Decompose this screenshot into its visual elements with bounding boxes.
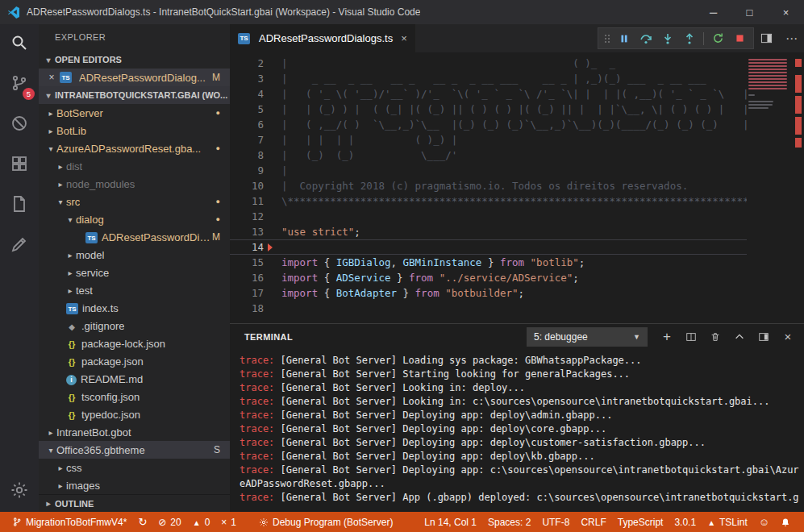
status-problems-errors[interactable]: ⊘20 bbox=[152, 517, 186, 528]
open-editors-header[interactable]: ▾ OPEN EDITORS bbox=[39, 51, 230, 69]
line-number[interactable]: 3 bbox=[230, 71, 264, 86]
restart-button[interactable] bbox=[708, 29, 727, 48]
close-editor-icon[interactable]: × bbox=[45, 72, 58, 83]
code-line-3[interactable]: 3| _ __ _ __ __ _ __ _ _ __ ___ __ _ | ,… bbox=[230, 71, 804, 86]
code-editor[interactable]: 2| ( )_ _ |3| _ __ _ __ __ _ __ _ _ __ _… bbox=[230, 52, 804, 323]
tree-item-dist[interactable]: ▸dist bbox=[39, 157, 230, 175]
activity-bar-item-extensions[interactable] bbox=[0, 145, 39, 185]
code-line-16[interactable]: 16import { ADService } from "../service/… bbox=[230, 270, 804, 285]
line-number[interactable]: 4 bbox=[230, 86, 264, 102]
status-feedback[interactable]: ☺ bbox=[753, 517, 775, 528]
kill-terminal-icon[interactable] bbox=[709, 330, 722, 343]
step-over-button[interactable] bbox=[636, 29, 656, 48]
workspace-section-header[interactable]: ▾ INTRANETBOTQUICKSTART.GBAI (WO... bbox=[39, 86, 230, 104]
tree-item-src[interactable]: ▾src● bbox=[39, 193, 230, 210]
line-number[interactable]: 14 bbox=[230, 239, 264, 255]
line-number[interactable]: 7 bbox=[230, 132, 264, 148]
tree-item-botlib[interactable]: ▸BotLib bbox=[39, 122, 230, 139]
terminal-select[interactable]: 5: debuggee ▼ bbox=[527, 327, 648, 347]
line-number[interactable]: 13 bbox=[230, 224, 264, 239]
status-typescript-version[interactable]: 3.0.1 bbox=[669, 517, 702, 528]
line-number[interactable]: 6 bbox=[230, 117, 264, 132]
line-number[interactable]: 15 bbox=[230, 255, 264, 270]
code-line-11[interactable]: 11\*************************************… bbox=[230, 193, 804, 209]
close-panel-icon[interactable]: × bbox=[781, 330, 794, 343]
open-editor-item[interactable]: × TS ADResetPasswordDialog... M bbox=[39, 69, 230, 86]
tree-item-readme-md[interactable]: iREADME.md bbox=[39, 370, 230, 388]
status-close-count[interactable]: ×1 bbox=[215, 517, 242, 528]
activity-bar-item-settings[interactable] bbox=[0, 472, 39, 512]
tree-item-images[interactable]: ▸images bbox=[39, 476, 230, 494]
tree-item-azureadpasswordreset-gba-[interactable]: ▾AzureADPasswordReset.gba...● bbox=[39, 139, 230, 157]
move-panel-icon[interactable] bbox=[757, 330, 770, 343]
tree-item-css[interactable]: ▸css bbox=[39, 459, 230, 476]
tree-item-botserver[interactable]: ▸BotServer● bbox=[39, 104, 230, 122]
tree-item-package-json[interactable]: {}package.json bbox=[39, 352, 230, 370]
step-into-button[interactable] bbox=[658, 29, 677, 48]
close-tab-icon[interactable]: × bbox=[401, 32, 407, 44]
minimize-button[interactable]: ─ bbox=[695, 0, 731, 24]
line-number[interactable]: 11 bbox=[230, 193, 264, 209]
close-button[interactable]: × bbox=[768, 0, 804, 24]
terminal-tab[interactable]: TERMINAL bbox=[244, 332, 293, 342]
tree-item-typedoc-json[interactable]: {}typedoc.json bbox=[39, 405, 230, 423]
tree-item-index-ts[interactable]: TSindex.ts bbox=[39, 299, 230, 317]
code-line-6[interactable]: 6| ( ,__/( ) `\__,_)`\__ |(_) (_) (_)`\_… bbox=[230, 117, 804, 132]
drag-grip-icon[interactable] bbox=[602, 29, 612, 48]
tree-item-tsconfig-json[interactable]: {}tsconfig.json bbox=[39, 388, 230, 405]
maximize-panel-icon[interactable] bbox=[733, 330, 746, 343]
tree-item-model[interactable]: ▸model bbox=[39, 246, 230, 264]
status-indentation[interactable]: Spaces: 2 bbox=[482, 517, 536, 528]
status-git-branch[interactable]: MigrationToBotFmwV4* bbox=[6, 517, 132, 528]
terminal-output[interactable]: trace: [General Bot Server] Loading sys … bbox=[230, 349, 804, 512]
step-out-button[interactable] bbox=[680, 29, 699, 48]
code-line-17[interactable]: 17import { BotAdapter } from "botbuilder… bbox=[230, 285, 804, 301]
activity-bar-item-files[interactable] bbox=[0, 185, 39, 226]
minimap[interactable] bbox=[747, 52, 793, 323]
overview-ruler[interactable] bbox=[793, 52, 804, 323]
line-number[interactable]: 17 bbox=[230, 285, 264, 301]
code-line-9[interactable]: 9| | bbox=[230, 163, 804, 178]
tree-item-office365-gbtheme[interactable]: ▾Office365.gbthemeS bbox=[39, 441, 230, 459]
line-number[interactable]: 18 bbox=[230, 301, 264, 316]
line-number[interactable]: 16 bbox=[230, 270, 264, 285]
status-problems-warnings[interactable]: ▲0 bbox=[187, 517, 216, 528]
activity-bar-item-search[interactable] bbox=[0, 24, 39, 64]
code-line-13[interactable]: 13"use strict"; bbox=[230, 224, 804, 239]
pause-button[interactable] bbox=[614, 29, 634, 48]
code-line-14[interactable]: 14 bbox=[230, 239, 804, 255]
status-cursor-position[interactable]: Ln 14, Col 1 bbox=[419, 517, 482, 528]
code-line-8[interactable]: 8| (_) (_) \___/' | bbox=[230, 148, 804, 163]
tree-item-package-lock-json[interactable]: {}package-lock.json bbox=[39, 335, 230, 352]
line-number[interactable]: 8 bbox=[230, 148, 264, 163]
tree-item-node-modules[interactable]: ▸node_modules bbox=[39, 175, 230, 193]
activity-bar-item-debug[interactable] bbox=[0, 105, 39, 145]
code-line-7[interactable]: 7| | | | | ( )_) | | bbox=[230, 132, 804, 148]
code-line-5[interactable]: 5| | (_) ) | ( (_| |( (_) || ( ) ( ) |( … bbox=[230, 102, 804, 117]
tree-item-intranetbot-gbot[interactable]: ▸IntranetBot.gbot bbox=[39, 423, 230, 441]
status-tslint-status[interactable]: ▲TSLint bbox=[702, 517, 753, 528]
maximize-button[interactable]: □ bbox=[731, 0, 768, 24]
tab-adresetpassworddialogs[interactable]: TS ADResetPasswordDialogs.ts × bbox=[230, 24, 416, 52]
split-terminal-icon[interactable] bbox=[685, 330, 698, 343]
status-language-mode[interactable]: TypeScript bbox=[612, 517, 669, 528]
code-line-12[interactable]: 12 bbox=[230, 209, 804, 224]
code-line-10[interactable]: 10| Copyright 2018 (c) pragmatismo.io. T… bbox=[230, 178, 804, 193]
split-editor-icon[interactable] bbox=[760, 32, 773, 44]
line-number[interactable]: 12 bbox=[230, 209, 264, 224]
status-debug-config[interactable]: Debug Program (BotServer) bbox=[253, 517, 398, 528]
outline-header[interactable]: ▸ OUTLINE bbox=[39, 494, 230, 512]
stop-button[interactable] bbox=[730, 29, 749, 48]
status-encoding[interactable]: UTF-8 bbox=[536, 517, 575, 528]
line-number[interactable]: 5 bbox=[230, 102, 264, 117]
code-line-15[interactable]: 15import { IGBDialog, GBMinInstance } fr… bbox=[230, 255, 804, 270]
new-terminal-icon[interactable]: + bbox=[660, 330, 673, 343]
more-actions-icon[interactable]: ⋯ bbox=[785, 31, 798, 46]
status-sync[interactable]: ↻ bbox=[132, 517, 152, 528]
status-eol[interactable]: CRLF bbox=[575, 517, 611, 528]
tree-item-test[interactable]: ▸test bbox=[39, 281, 230, 299]
line-number[interactable]: 2 bbox=[230, 56, 264, 71]
tree-item-service[interactable]: ▸service bbox=[39, 264, 230, 281]
code-line-18[interactable]: 18 bbox=[230, 301, 804, 316]
tree-item-dialog[interactable]: ▾dialog● bbox=[39, 210, 230, 228]
